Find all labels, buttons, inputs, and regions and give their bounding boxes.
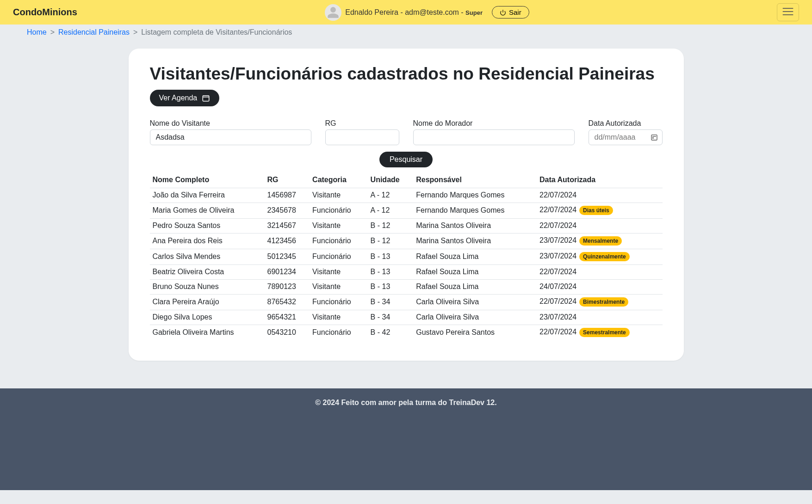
cell-rg: 1456987 [265, 188, 310, 203]
user-role: Super [465, 9, 483, 16]
visitor-name-label: Nome do Visitante [150, 119, 311, 128]
search-button-row: Pesquisar [150, 152, 663, 167]
table-row: Ana Pereira dos Reis4123456FuncionárioB … [150, 233, 663, 249]
th-category: Categoria [310, 172, 368, 188]
cell-responsible: Marina Santos Oliveira [413, 218, 537, 233]
date-value: 22/07/2024 [539, 328, 576, 336]
cell-category: Funcionário [310, 294, 368, 310]
avatar [325, 4, 341, 21]
th-unit: Unidade [368, 172, 414, 188]
cell-category: Visitante [310, 218, 368, 233]
breadcrumb-current: Listagem completa de Visitantes/Funcioná… [141, 28, 292, 37]
view-agenda-label: Ver Agenda [159, 94, 198, 102]
recurrence-badge: Quinzenalmente [579, 252, 630, 261]
table-row: Gabriela Oliveira Martins0543210Funcioná… [150, 325, 663, 340]
cell-name: Diego Silva Lopes [150, 310, 265, 325]
cell-responsible: Carla Oliveira Silva [413, 310, 537, 325]
cell-category: Funcionário [310, 249, 368, 264]
brand-logo[interactable]: CondoMinions [13, 7, 77, 18]
cell-unit: A - 12 [368, 188, 414, 203]
th-responsible: Responsável [413, 172, 537, 188]
cell-responsible: Gustavo Pereira Santos [413, 325, 537, 340]
rg-label: RG [325, 119, 399, 128]
cell-date: 22/07/2024 [537, 218, 663, 233]
cell-unit: B - 12 [368, 218, 414, 233]
cell-name: Clara Pereira Araújo [150, 294, 265, 310]
hamburger-menu-button[interactable] [777, 3, 799, 21]
cell-name: João da Silva Ferreira [150, 188, 265, 203]
cell-category: Funcionário [310, 203, 368, 218]
cell-category: Visitante [310, 310, 368, 325]
breadcrumb-condo[interactable]: Residencial Paineiras [58, 28, 130, 37]
hamburger-icon [782, 6, 794, 17]
cell-responsible: Fernando Marques Gomes [413, 203, 537, 218]
recurrence-badge: Mensalmente [579, 236, 622, 246]
cell-rg: 9654321 [265, 310, 310, 325]
date-value: 24/07/2024 [539, 283, 576, 290]
cell-rg: 6901234 [265, 264, 310, 279]
cell-name: Beatriz Oliveira Costa [150, 264, 265, 279]
rg-input[interactable] [325, 129, 399, 145]
cell-unit: B - 13 [368, 279, 414, 294]
table-row: Diego Silva Lopes9654321VisitanteB - 34C… [150, 310, 663, 325]
logout-button[interactable]: Sair [492, 6, 529, 18]
cell-name: Carlos Silva Mendes [150, 249, 265, 264]
cell-date: 24/07/2024 [537, 279, 663, 294]
cell-rg: 0543210 [265, 325, 310, 340]
view-agenda-button[interactable]: Ver Agenda [150, 90, 220, 106]
main-card: Visitantes/Funcionários cadastrados no R… [129, 49, 684, 361]
cell-responsible: Carla Oliveira Silva [413, 294, 537, 310]
date-input[interactable] [589, 129, 663, 145]
cell-unit: A - 12 [368, 203, 414, 218]
calendar-icon [202, 94, 210, 102]
cell-name: Bruno Souza Nunes [150, 279, 265, 294]
footer-text: © 2024 Feito com amor pela turma do Trei… [315, 399, 496, 406]
cell-date: 22/07/2024 [537, 264, 663, 279]
search-button[interactable]: Pesquisar [379, 152, 433, 167]
rg-group: RG [325, 119, 399, 145]
filter-form: Nome do Visitante RG Nome do Morador Dat… [150, 119, 663, 145]
resident-name-group: Nome do Morador [413, 119, 575, 145]
cell-category: Visitante [310, 264, 368, 279]
navbar: CondoMinions Ednaldo Pereira - adm@teste… [0, 0, 812, 25]
breadcrumb-separator: > [133, 28, 137, 37]
cell-name: Pedro Souza Santos [150, 218, 265, 233]
table-row: Beatriz Oliveira Costa6901234VisitanteB … [150, 264, 663, 279]
cell-rg: 8765432 [265, 294, 310, 310]
cell-name: Maria Gomes de Oliveira [150, 203, 265, 218]
user-name-email: Ednaldo Pereira - adm@teste.com [345, 8, 459, 16]
cell-category: Visitante [310, 279, 368, 294]
cell-category: Funcionário [310, 233, 368, 249]
cell-date: 23/07/2024Mensalmente [537, 233, 663, 249]
table-row: João da Silva Ferreira1456987VisitanteA … [150, 188, 663, 203]
cell-rg: 5012345 [265, 249, 310, 264]
th-date: Data Autorizada [537, 172, 663, 188]
visitor-name-group: Nome do Visitante [150, 119, 311, 145]
date-value: 22/07/2024 [539, 221, 576, 229]
resident-name-label: Nome do Morador [413, 119, 575, 128]
date-value: 22/07/2024 [539, 206, 576, 214]
recurrence-badge: Semestralmente [579, 328, 630, 337]
cell-category: Funcionário [310, 325, 368, 340]
table-row: Maria Gomes de Oliveira2345678Funcionári… [150, 203, 663, 218]
resident-name-input[interactable] [413, 129, 575, 145]
breadcrumb-separator: > [50, 28, 55, 37]
th-name: Nome Completo [150, 172, 265, 188]
breadcrumb: Home > Residencial Paineiras > Listagem … [0, 28, 812, 37]
cell-unit: B - 34 [368, 294, 414, 310]
logout-label: Sair [509, 8, 521, 16]
breadcrumb-home[interactable]: Home [27, 28, 47, 37]
date-value: 22/07/2024 [539, 268, 576, 276]
cell-date: 22/07/2024Dias úteis [537, 203, 663, 218]
date-value: 22/07/2024 [539, 297, 576, 305]
visitor-name-input[interactable] [150, 129, 311, 145]
page-title: Visitantes/Funcionários cadastrados no R… [150, 64, 663, 84]
table-row: Clara Pereira Araújo8765432FuncionárioB … [150, 294, 663, 310]
cell-responsible: Fernando Marques Gomes [413, 188, 537, 203]
cell-responsible: Rafael Souza Lima [413, 264, 537, 279]
cell-unit: B - 12 [368, 233, 414, 249]
cell-responsible: Rafael Souza Lima [413, 279, 537, 294]
cell-name: Ana Pereira dos Reis [150, 233, 265, 249]
cell-name: Gabriela Oliveira Martins [150, 325, 265, 340]
date-value: 23/07/2024 [539, 252, 576, 260]
